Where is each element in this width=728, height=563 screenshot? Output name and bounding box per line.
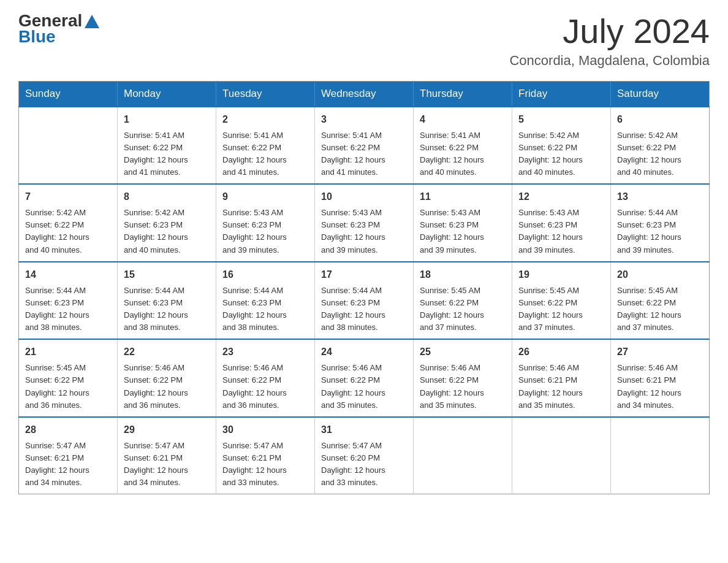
calendar-day-cell: 16Sunrise: 5:44 AMSunset: 6:23 PMDayligh… [216, 262, 315, 340]
day-number: 19 [518, 267, 604, 282]
day-info: Sunrise: 5:41 AMSunset: 6:22 PMDaylight:… [420, 129, 506, 179]
calendar-week-row: 21Sunrise: 5:45 AMSunset: 6:22 PMDayligh… [19, 339, 710, 417]
calendar-day-cell: 12Sunrise: 5:43 AMSunset: 6:23 PMDayligh… [512, 184, 611, 262]
day-info: Sunrise: 5:43 AMSunset: 6:23 PMDaylight:… [518, 207, 604, 256]
title-block: July 2024 Concordia, Magdalena, Colombia [509, 12, 710, 69]
calendar-day-cell: 13Sunrise: 5:44 AMSunset: 6:23 PMDayligh… [611, 184, 710, 262]
day-number: 20 [617, 267, 703, 282]
calendar-day-cell: 27Sunrise: 5:46 AMSunset: 6:21 PMDayligh… [611, 339, 710, 417]
day-number: 24 [321, 345, 407, 359]
day-info: Sunrise: 5:42 AMSunset: 6:22 PMDaylight:… [518, 129, 604, 179]
calendar-day-cell [19, 107, 118, 185]
calendar-header-cell: Thursday [414, 81, 512, 107]
calendar-header-cell: Tuesday [216, 81, 315, 107]
calendar-day-cell: 18Sunrise: 5:45 AMSunset: 6:22 PMDayligh… [414, 262, 512, 340]
day-number: 16 [222, 267, 308, 282]
day-info: Sunrise: 5:44 AMSunset: 6:23 PMDaylight:… [321, 285, 407, 334]
day-number: 1 [124, 112, 210, 127]
day-number: 31 [321, 423, 407, 437]
calendar-header-cell: Monday [118, 81, 216, 107]
calendar-day-cell: 23Sunrise: 5:46 AMSunset: 6:22 PMDayligh… [216, 339, 315, 417]
day-number: 4 [420, 112, 506, 127]
calendar-day-cell: 24Sunrise: 5:46 AMSunset: 6:22 PMDayligh… [315, 339, 414, 417]
day-info: Sunrise: 5:47 AMSunset: 6:20 PMDaylight:… [321, 440, 407, 489]
calendar-day-cell: 10Sunrise: 5:43 AMSunset: 6:23 PMDayligh… [315, 184, 414, 262]
calendar-day-cell [611, 417, 710, 494]
calendar-header-cell: Friday [512, 81, 611, 107]
day-number: 5 [518, 112, 604, 127]
calendar-day-cell: 14Sunrise: 5:44 AMSunset: 6:23 PMDayligh… [19, 262, 118, 340]
calendar-day-cell: 17Sunrise: 5:44 AMSunset: 6:23 PMDayligh… [315, 262, 414, 340]
day-number: 7 [25, 190, 111, 204]
day-number: 15 [124, 267, 210, 282]
day-info: Sunrise: 5:47 AMSunset: 6:21 PMDaylight:… [222, 440, 308, 489]
calendar-day-cell: 31Sunrise: 5:47 AMSunset: 6:20 PMDayligh… [315, 417, 414, 494]
day-info: Sunrise: 5:46 AMSunset: 6:22 PMDaylight:… [321, 362, 407, 412]
calendar-day-cell: 25Sunrise: 5:46 AMSunset: 6:22 PMDayligh… [414, 339, 512, 417]
day-number: 3 [321, 112, 407, 127]
calendar-day-cell [512, 417, 611, 494]
day-info: Sunrise: 5:44 AMSunset: 6:23 PMDaylight:… [124, 285, 210, 334]
day-number: 28 [25, 423, 111, 437]
calendar-day-cell: 21Sunrise: 5:45 AMSunset: 6:22 PMDayligh… [19, 339, 118, 417]
day-number: 18 [420, 267, 506, 282]
calendar-day-cell: 5Sunrise: 5:42 AMSunset: 6:22 PMDaylight… [512, 107, 611, 185]
calendar-body: 1Sunrise: 5:41 AMSunset: 6:22 PMDaylight… [19, 107, 710, 494]
day-number: 26 [518, 345, 604, 359]
day-number: 17 [321, 267, 407, 282]
calendar-day-cell: 26Sunrise: 5:46 AMSunset: 6:21 PMDayligh… [512, 339, 611, 417]
day-info: Sunrise: 5:43 AMSunset: 6:23 PMDaylight:… [321, 207, 407, 256]
calendar-day-cell: 2Sunrise: 5:41 AMSunset: 6:22 PMDaylight… [216, 107, 315, 185]
logo: General Blue [18, 12, 99, 47]
calendar-header-cell: Sunday [19, 81, 118, 107]
calendar-day-cell: 15Sunrise: 5:44 AMSunset: 6:23 PMDayligh… [118, 262, 216, 340]
calendar-table: SundayMondayTuesdayWednesdayThursdayFrid… [18, 81, 710, 495]
month-title: July 2024 [509, 12, 710, 50]
calendar-day-cell: 19Sunrise: 5:45 AMSunset: 6:22 PMDayligh… [512, 262, 611, 340]
day-number: 13 [617, 190, 703, 204]
calendar-header-row: SundayMondayTuesdayWednesdayThursdayFrid… [19, 81, 710, 107]
day-number: 14 [25, 267, 111, 282]
day-number: 11 [420, 190, 506, 204]
day-number: 23 [222, 345, 308, 359]
calendar-day-cell: 29Sunrise: 5:47 AMSunset: 6:21 PMDayligh… [118, 417, 216, 494]
day-info: Sunrise: 5:44 AMSunset: 6:23 PMDaylight:… [25, 285, 111, 334]
calendar-day-cell: 6Sunrise: 5:42 AMSunset: 6:22 PMDaylight… [611, 107, 710, 185]
day-number: 9 [222, 190, 308, 204]
calendar-header: SundayMondayTuesdayWednesdayThursdayFrid… [19, 81, 710, 107]
calendar-day-cell: 22Sunrise: 5:46 AMSunset: 6:22 PMDayligh… [118, 339, 216, 417]
calendar-day-cell: 11Sunrise: 5:43 AMSunset: 6:23 PMDayligh… [414, 184, 512, 262]
day-info: Sunrise: 5:46 AMSunset: 6:22 PMDaylight:… [222, 362, 308, 412]
day-info: Sunrise: 5:46 AMSunset: 6:22 PMDaylight:… [420, 362, 506, 412]
logo-triangle-icon [85, 15, 99, 28]
day-info: Sunrise: 5:45 AMSunset: 6:22 PMDaylight:… [25, 362, 111, 412]
calendar-day-cell [414, 417, 512, 494]
day-info: Sunrise: 5:42 AMSunset: 6:22 PMDaylight:… [617, 129, 703, 179]
day-info: Sunrise: 5:45 AMSunset: 6:22 PMDaylight:… [420, 285, 506, 334]
day-info: Sunrise: 5:47 AMSunset: 6:21 PMDaylight:… [124, 440, 210, 489]
day-info: Sunrise: 5:43 AMSunset: 6:23 PMDaylight:… [222, 207, 308, 256]
day-number: 25 [420, 345, 506, 359]
calendar-day-cell: 8Sunrise: 5:42 AMSunset: 6:23 PMDaylight… [118, 184, 216, 262]
day-number: 12 [518, 190, 604, 204]
calendar-week-row: 28Sunrise: 5:47 AMSunset: 6:21 PMDayligh… [19, 417, 710, 494]
day-info: Sunrise: 5:46 AMSunset: 6:22 PMDaylight:… [124, 362, 210, 412]
calendar-day-cell: 7Sunrise: 5:42 AMSunset: 6:22 PMDaylight… [19, 184, 118, 262]
day-number: 21 [25, 345, 111, 359]
calendar-day-cell: 20Sunrise: 5:45 AMSunset: 6:22 PMDayligh… [611, 262, 710, 340]
day-info: Sunrise: 5:44 AMSunset: 6:23 PMDaylight:… [222, 285, 308, 334]
day-info: Sunrise: 5:45 AMSunset: 6:22 PMDaylight:… [518, 285, 604, 334]
day-number: 10 [321, 190, 407, 204]
page-header: General Blue July 2024 Concordia, Magdal… [18, 12, 710, 69]
day-number: 22 [124, 345, 210, 359]
calendar-week-row: 14Sunrise: 5:44 AMSunset: 6:23 PMDayligh… [19, 262, 710, 340]
day-info: Sunrise: 5:41 AMSunset: 6:22 PMDaylight:… [321, 129, 407, 179]
day-number: 30 [222, 423, 308, 437]
location-title: Concordia, Magdalena, Colombia [509, 53, 710, 69]
day-info: Sunrise: 5:42 AMSunset: 6:22 PMDaylight:… [25, 207, 111, 256]
day-info: Sunrise: 5:41 AMSunset: 6:22 PMDaylight:… [222, 129, 308, 179]
calendar-week-row: 7Sunrise: 5:42 AMSunset: 6:22 PMDaylight… [19, 184, 710, 262]
day-info: Sunrise: 5:45 AMSunset: 6:22 PMDaylight:… [617, 285, 703, 334]
day-number: 27 [617, 345, 703, 359]
calendar-day-cell: 1Sunrise: 5:41 AMSunset: 6:22 PMDaylight… [118, 107, 216, 185]
